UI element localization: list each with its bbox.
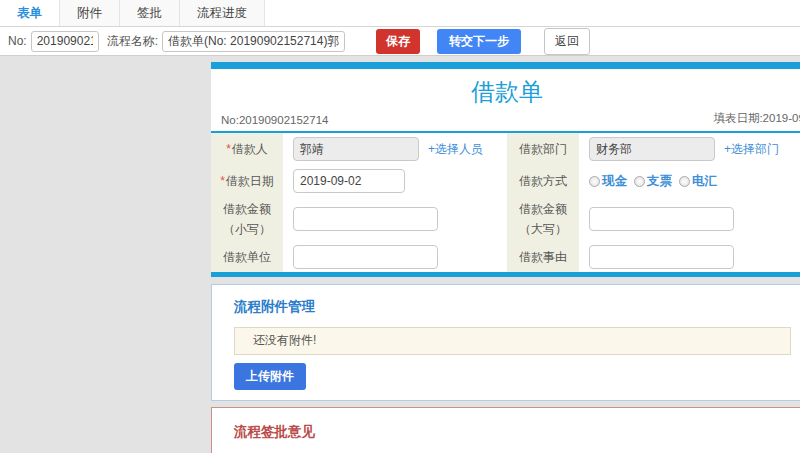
borrower-input[interactable] (293, 137, 419, 161)
tab-signoff[interactable]: 签批 (120, 0, 180, 26)
form-fields: *借款人 +选择人员 *借款日期 借款金额（小写） (211, 133, 800, 272)
radio-cheque[interactable]: 支票 (634, 173, 672, 190)
signoff-panel: 流程签批意见 B I abc (211, 407, 800, 453)
tab-attachments[interactable]: 附件 (60, 0, 120, 26)
field-loan-date: *借款日期 (211, 165, 507, 197)
form-top-accent-bar (211, 62, 800, 69)
loan-unit-input[interactable] (293, 245, 438, 269)
field-amount-uppercase: 借款金额（大写） (507, 197, 800, 242)
no-input[interactable] (31, 31, 99, 52)
form-fields-right-column: 借款部门 +选择部门 借款方式 现金 (507, 133, 800, 272)
amount-uppercase-input[interactable] (589, 207, 734, 231)
signoff-heading: 流程签批意见 (234, 419, 788, 443)
department-label: 借款部门 (507, 133, 579, 165)
loan-method-label: 借款方式 (507, 165, 579, 197)
amount-lowercase-input[interactable] (293, 207, 438, 231)
select-person-link[interactable]: +选择人员 (428, 141, 483, 158)
radio-circle-icon[interactable] (589, 176, 600, 187)
field-borrower: *借款人 +选择人员 (211, 133, 507, 165)
radio-wire-transfer[interactable]: 电汇 (679, 173, 717, 190)
loan-date-label: *借款日期 (211, 165, 283, 197)
amount-lowercase-label: 借款金额（小写） (211, 197, 283, 242)
attachments-heading: 流程附件管理 (234, 294, 788, 318)
form-meta-row: No:20190902152714 填表日期:2019-09-02 15:27:… (211, 111, 800, 133)
form-bottom-accent-bar (211, 272, 800, 277)
radio-circle-icon[interactable] (679, 176, 690, 187)
loan-unit-label: 借款单位 (211, 242, 283, 272)
tab-progress[interactable]: 流程进度 (180, 0, 265, 26)
forward-next-step-button[interactable]: 转交下一步 (437, 29, 521, 54)
field-amount-lowercase: 借款金额（小写） (211, 197, 507, 242)
loan-method-radios: 现金 支票 电汇 (589, 173, 717, 190)
form-no-text: No:20190902152714 (221, 114, 328, 126)
field-loan-unit: 借款单位 (211, 242, 507, 272)
form-fields-left-column: *借款人 +选择人员 *借款日期 借款金额（小写） (211, 133, 507, 272)
attachments-panel: 流程附件管理 还没有附件! 上传附件 (211, 284, 800, 401)
back-button[interactable]: 返回 (544, 28, 590, 55)
process-name-input[interactable] (162, 31, 345, 52)
amount-uppercase-label: 借款金额（大写） (507, 197, 579, 242)
action-toolbar: No: 流程名称: 保存 转交下一步 返回 (0, 27, 800, 56)
no-label: No: (8, 34, 27, 48)
loan-reason-label: 借款事由 (507, 242, 579, 272)
loan-date-input[interactable] (293, 169, 405, 193)
process-name-label: 流程名称: (107, 33, 158, 50)
page-background: 借款单 No:20190902152714 填表日期:2019-09-02 15… (0, 56, 800, 453)
loan-reason-input[interactable] (589, 245, 734, 269)
save-button[interactable]: 保存 (376, 29, 420, 54)
field-loan-reason: 借款事由 (507, 242, 800, 272)
required-mark: * (226, 142, 231, 156)
form-title: 借款单 (211, 69, 800, 111)
radio-cash[interactable]: 现金 (589, 173, 627, 190)
upload-attachment-button[interactable]: 上传附件 (234, 363, 306, 390)
select-department-link[interactable]: +选择部门 (724, 141, 779, 158)
form-date-text: 填表日期:2019-09-02 15:27:1 (713, 111, 800, 126)
tab-form[interactable]: 表单 (0, 0, 60, 26)
department-input[interactable] (589, 137, 715, 161)
borrower-label: *借款人 (211, 133, 283, 165)
field-loan-method: 借款方式 现金 支票 (507, 165, 800, 197)
field-department: 借款部门 +选择部门 (507, 133, 800, 165)
required-mark: * (220, 174, 225, 188)
top-tab-bar: 表单 附件 签批 流程进度 (0, 0, 800, 27)
radio-circle-icon[interactable] (634, 176, 645, 187)
loan-form-panel: 借款单 No:20190902152714 填表日期:2019-09-02 15… (211, 62, 800, 277)
no-attachments-message: 还没有附件! (234, 327, 791, 355)
